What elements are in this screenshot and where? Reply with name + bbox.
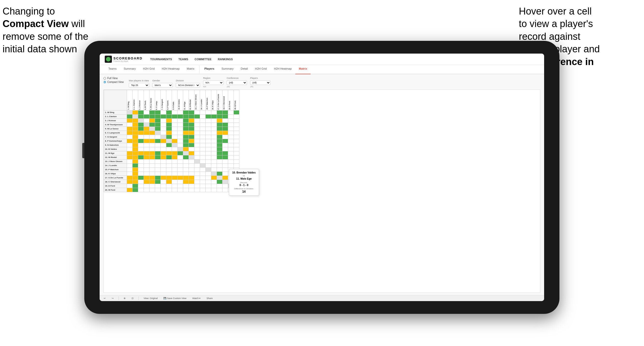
cell-19-16[interactable] — [211, 184, 217, 188]
cell-17-8[interactable] — [166, 176, 172, 180]
cell-4-20[interactable] — [234, 123, 239, 127]
tab-teams[interactable]: Teams — [105, 65, 120, 74]
cell-6-19[interactable] — [228, 131, 234, 135]
cell-8-16[interactable] — [211, 139, 217, 143]
tab-detail[interactable]: Detail — [237, 65, 251, 74]
cell-18-5[interactable] — [149, 180, 155, 184]
view-original-btn[interactable]: View: Original — [143, 296, 159, 300]
cell-14-12[interactable] — [189, 164, 194, 168]
cell-16-12[interactable] — [189, 172, 194, 176]
cell-1-13[interactable] — [194, 110, 200, 115]
cell-18-8[interactable] — [166, 180, 172, 184]
cell-15-1[interactable] — [127, 168, 133, 172]
cell-19-8[interactable] — [166, 184, 172, 188]
undo-btn[interactable]: ↩ — [103, 296, 107, 300]
cell-17-9[interactable] — [172, 176, 178, 180]
cell-6-6[interactable] — [155, 131, 161, 135]
cell-4-12[interactable] — [189, 123, 194, 127]
cell-11-1[interactable] — [127, 151, 133, 155]
cell-1-10[interactable] — [178, 110, 183, 115]
share-btn[interactable]: Share — [205, 296, 214, 300]
cell-16-6[interactable] — [155, 172, 161, 176]
cell-12-4[interactable] — [144, 155, 149, 159]
cell-20-16[interactable] — [211, 188, 217, 192]
cell-15-4[interactable] — [144, 168, 149, 172]
cell-10-9[interactable] — [172, 147, 178, 151]
cell-10-10[interactable] — [178, 147, 183, 151]
cell-18-11[interactable] — [183, 180, 189, 184]
cell-5-7[interactable] — [161, 127, 166, 131]
cell-20-11[interactable] — [183, 188, 189, 192]
cell-16-9[interactable] — [172, 172, 178, 176]
cell-2-19[interactable] — [228, 115, 234, 119]
cell-15-15[interactable] — [206, 168, 211, 172]
cell-5-5[interactable] — [149, 127, 155, 131]
cell-5-2[interactable] — [133, 127, 138, 131]
cell-2-3[interactable] — [138, 115, 144, 119]
tab-summary[interactable]: Summary — [120, 65, 139, 74]
cell-7-11[interactable] — [183, 135, 189, 139]
cell-1-6[interactable] — [155, 110, 161, 115]
cell-13-3[interactable] — [138, 159, 144, 164]
cell-14-10[interactable] — [178, 164, 183, 168]
cell-3-8[interactable] — [166, 119, 172, 123]
cell-19-18[interactable] — [223, 184, 228, 188]
cell-1-3[interactable] — [138, 110, 144, 115]
cell-14-11[interactable] — [183, 164, 189, 168]
cell-3-10[interactable] — [178, 119, 183, 123]
cell-2-17[interactable] — [217, 115, 223, 119]
cell-10-6[interactable] — [155, 147, 161, 151]
cell-18-16[interactable] — [211, 180, 217, 184]
cell-12-7[interactable] — [161, 155, 166, 159]
fit-btn[interactable]: ⊡ — [131, 296, 135, 300]
cell-17-13[interactable] — [194, 176, 200, 180]
cell-2-18[interactable] — [223, 115, 228, 119]
cell-11-19[interactable] — [228, 151, 234, 155]
cell-14-14[interactable] — [200, 164, 206, 168]
cell-13-16[interactable] — [211, 159, 217, 164]
nav-teams[interactable]: TEAMS — [178, 58, 188, 61]
cell-10-5[interactable] — [149, 147, 155, 151]
filter-conference-select[interactable]: (All) — [227, 80, 247, 85]
cell-2-7[interactable] — [161, 115, 166, 119]
cell-7-14[interactable] — [200, 135, 206, 139]
cell-7-8[interactable] — [166, 135, 172, 139]
cell-16-15[interactable] — [206, 172, 211, 176]
cell-18-10[interactable] — [178, 180, 183, 184]
cell-2-2[interactable] — [133, 115, 138, 119]
cell-5-16[interactable] — [211, 127, 217, 131]
cell-12-11[interactable] — [183, 155, 189, 159]
cell-10-20[interactable] — [234, 147, 239, 151]
save-custom-btn[interactable]: 💾 Save Custom View — [162, 296, 187, 300]
cell-9-13[interactable] — [194, 143, 200, 147]
cell-2-1[interactable] — [127, 115, 133, 119]
cell-12-14[interactable] — [200, 155, 206, 159]
nav-committee[interactable]: COMMITTEE — [195, 58, 212, 61]
cell-1-17[interactable] — [217, 110, 223, 115]
cell-16-11[interactable] — [183, 172, 189, 176]
cell-19-6[interactable] — [155, 184, 161, 188]
cell-18-18[interactable] — [223, 180, 228, 184]
cell-19-2[interactable] — [133, 184, 138, 188]
cell-7-16[interactable] — [211, 135, 217, 139]
cell-14-8[interactable] — [166, 164, 172, 168]
cell-17-17[interactable] — [217, 176, 223, 180]
cell-16-1[interactable] — [127, 172, 133, 176]
cell-3-2[interactable] — [133, 119, 138, 123]
cell-20-9[interactable] — [172, 188, 178, 192]
cell-19-4[interactable] — [144, 184, 149, 188]
cell-17-5[interactable] — [149, 176, 155, 180]
cell-14-3[interactable] — [138, 164, 144, 168]
redo-btn[interactable]: ↪ — [111, 296, 115, 300]
cell-6-9[interactable] — [172, 131, 178, 135]
cell-17-6[interactable] — [155, 176, 161, 180]
cell-19-7[interactable] — [161, 184, 166, 188]
cell-18-2[interactable] — [133, 180, 138, 184]
cell-6-4[interactable] — [144, 131, 149, 135]
cell-13-11[interactable] — [183, 159, 189, 164]
cell-13-18[interactable] — [223, 159, 228, 164]
cell-15-7[interactable] — [161, 168, 166, 172]
cell-15-6[interactable] — [155, 168, 161, 172]
cell-11-9[interactable] — [172, 151, 178, 155]
cell-8-15[interactable] — [206, 139, 211, 143]
